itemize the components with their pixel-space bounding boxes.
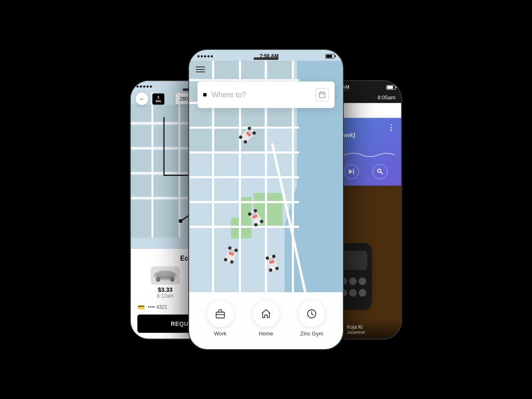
svg-rect-2 (154, 105, 179, 121)
svg-rect-1 (131, 105, 152, 121)
shortcut-work[interactable]: Work (207, 300, 234, 337)
svg-rect-123 (343, 251, 367, 270)
svg-point-125 (349, 278, 357, 285)
shortcut-home[interactable]: Home (253, 300, 279, 337)
svg-rect-54 (214, 129, 239, 152)
svg-rect-11 (154, 150, 179, 171)
food-card-right[interactable]: Koja Ki Japanese (343, 186, 401, 339)
menu-line-1 (196, 66, 205, 67)
phone-center-inner: 7:56 AM (189, 50, 343, 349)
car-time-1: 8:12am (138, 293, 193, 299)
svg-rect-14 (154, 175, 179, 196)
svg-point-34 (171, 278, 174, 281)
c-dot4 (207, 55, 209, 57)
home-label: Home (259, 330, 273, 337)
food-overlay-right: Koja Ki Japanese (343, 319, 401, 339)
center-map-area: Where to? (189, 61, 343, 292)
svg-rect-43 (241, 61, 264, 79)
search-dot-icon (203, 93, 207, 96)
eta-label: MIN (156, 100, 161, 103)
eta-minutes: 2 (156, 95, 161, 100)
dot1 (137, 85, 139, 87)
food-subtitle-right: Japanese (347, 330, 397, 335)
dot2 (140, 85, 142, 87)
svg-rect-30 (158, 271, 172, 276)
dot3 (143, 85, 145, 87)
car-price-1: $3.33 (138, 286, 193, 293)
svg-rect-42 (214, 61, 239, 79)
menu-line-3 (196, 71, 205, 72)
skip-forward-button[interactable] (344, 164, 359, 179)
briefcase-icon (215, 308, 226, 319)
svg-rect-53 (190, 129, 212, 152)
dot5 (150, 85, 152, 87)
card-icon: 💳 (138, 304, 145, 310)
zinc-gym-label: Zinc Gym (300, 330, 323, 337)
music-more-button[interactable]: ⋮ (387, 123, 396, 132)
work-label: Work (214, 330, 227, 337)
back-button[interactable]: ← (136, 93, 148, 105)
c-dot2 (201, 55, 203, 57)
phones-container: 7:56 AM (79, 33, 453, 366)
dot4 (147, 85, 149, 87)
c-dot1 (197, 55, 200, 57)
svg-rect-58 (231, 218, 251, 239)
car-option-economy[interactable]: $3.33 8:12am (138, 266, 193, 299)
svg-rect-6 (154, 126, 179, 146)
svg-rect-27 (179, 219, 182, 223)
svg-rect-44 (266, 61, 293, 79)
menu-line-2 (196, 69, 205, 70)
food-koja-ki: Koja Ki (347, 324, 397, 330)
svg-rect-99 (319, 92, 325, 98)
car-image-economy (151, 266, 180, 285)
right-battery (386, 85, 395, 89)
svg-rect-103 (216, 312, 224, 318)
bottom-shortcuts: Work Home (189, 292, 343, 349)
c-dot5 (211, 55, 213, 57)
shortcut-zinc-gym[interactable]: Zinc Gym (298, 300, 325, 337)
svg-rect-5 (131, 126, 152, 146)
c-dot3 (204, 55, 206, 57)
svg-point-128 (349, 289, 357, 296)
eta-badge: 2 MIN (153, 94, 165, 105)
svg-point-126 (359, 278, 366, 285)
svg-point-110 (378, 169, 381, 172)
svg-point-129 (359, 289, 366, 296)
center-content: 7:56 AM (189, 50, 343, 349)
history-icon (306, 308, 317, 319)
search-music-button[interactable] (373, 164, 388, 179)
back-arrow-icon: ← (139, 96, 145, 102)
home-icon (261, 308, 271, 319)
svg-rect-13 (131, 175, 152, 196)
center-signal-dots (197, 55, 213, 57)
zinc-gym-circle (298, 300, 325, 327)
payment-info: •••• 4321 (148, 304, 167, 310)
search-placeholder: Where to? (212, 91, 315, 99)
svg-point-33 (157, 278, 160, 281)
time-display-value: 8:05am (377, 94, 395, 101)
svg-rect-16 (131, 200, 152, 238)
svg-rect-10 (131, 150, 152, 171)
menu-button[interactable] (196, 65, 205, 74)
calendar-icon (319, 91, 325, 98)
signal-dots (137, 85, 152, 87)
svg-marker-108 (349, 169, 352, 174)
svg-rect-109 (353, 169, 354, 174)
speaker-center (254, 57, 278, 60)
svg-line-111 (381, 172, 383, 174)
center-battery-fill (326, 55, 332, 58)
home-circle (253, 300, 279, 327)
work-circle (207, 300, 234, 327)
right-battery-fill (387, 86, 393, 89)
calendar-button[interactable] (315, 88, 329, 101)
where-to-search[interactable]: Where to? (197, 81, 335, 108)
center-battery (325, 54, 335, 59)
svg-rect-17 (154, 200, 179, 238)
phone-center: 7:56 AM (189, 50, 343, 349)
